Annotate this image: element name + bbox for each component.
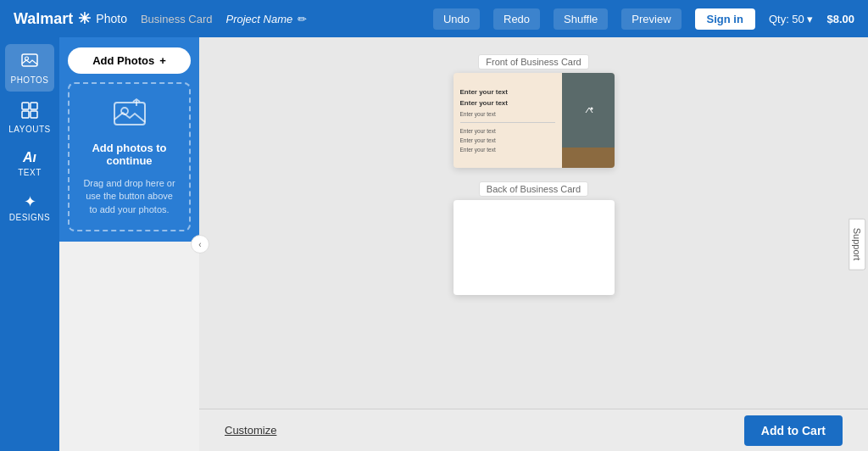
card-line4: Enter your text	[460, 127, 555, 135]
svg-rect-4	[22, 111, 29, 118]
spark-icon: ✳	[78, 9, 91, 28]
breadcrumb: Business Card	[141, 13, 213, 25]
add-photos-button[interactable]: Add Photos +	[68, 47, 191, 74]
redo-button[interactable]: Redo	[493, 8, 540, 30]
photos-label: PHOTOS	[10, 75, 48, 85]
project-name: Project Name ✏	[226, 13, 308, 25]
support-tab[interactable]: Support	[849, 219, 866, 270]
brand-logo: Walmart ✳ Photo	[14, 9, 127, 28]
svg-rect-0	[22, 54, 37, 66]
photo-upload-area[interactable]: Add photos to continue Drag and drop her…	[68, 82, 191, 231]
svg-rect-6	[114, 103, 145, 125]
upload-subtitle: Drag and drop here or use the button abo…	[83, 177, 175, 216]
svg-rect-3	[31, 103, 37, 109]
undo-button[interactable]: Undo	[433, 8, 480, 30]
layouts-icon	[21, 102, 38, 121]
layouts-label: LAYOUTS	[8, 125, 50, 134]
svg-point-1	[25, 57, 29, 60]
customize-link[interactable]: Customize	[225, 424, 276, 437]
shuffle-button[interactable]: Shuffle	[554, 8, 608, 30]
walmart-name: Walmart	[14, 10, 73, 28]
signin-button[interactable]: Sign in	[695, 8, 755, 30]
panel-collapse-button[interactable]: ‹	[191, 235, 209, 253]
card-line5: Enter your text	[460, 136, 555, 144]
preview-button[interactable]: Preview	[621, 8, 681, 30]
card-line1: Enter your text	[460, 87, 555, 97]
card-line3: Enter your text	[460, 110, 555, 118]
upload-title: Add photos to continue	[83, 142, 175, 167]
svg-rect-2	[22, 103, 29, 109]
back-card-section: Back of Business Card	[453, 181, 615, 295]
designs-icon: ✦	[24, 194, 36, 209]
card-line6: Enter your text	[460, 146, 555, 153]
card-color-block	[562, 148, 615, 168]
header: Walmart ✳ Photo Business Card Project Na…	[0, 0, 868, 37]
main-layout: PHOTOS LAYOUTS Aı TEXT ✦ DESIGNS	[0, 37, 868, 451]
bottom-bar: Customize Add to Cart	[199, 409, 868, 451]
card-left: Enter your text Enter your text Enter yo…	[453, 73, 562, 168]
business-card-back[interactable]	[453, 200, 615, 295]
sidebar-nav: PHOTOS LAYOUTS Aı TEXT ✦ DESIGNS	[0, 37, 59, 451]
edit-icon[interactable]: ✏	[298, 13, 307, 25]
collapse-icon: ‹	[198, 240, 201, 249]
add-to-cart-button[interactable]: Add to Cart	[744, 415, 843, 446]
card-right	[562, 73, 615, 168]
sidebar-item-text[interactable]: Aı TEXT	[5, 144, 54, 184]
business-card-front[interactable]: Enter your text Enter your text Enter yo…	[453, 73, 615, 168]
card-line2: Enter your text	[460, 98, 555, 108]
photos-panel: Add Photos + Add photos to continue Drag…	[59, 37, 199, 242]
sidebar-item-layouts[interactable]: LAYOUTS	[5, 95, 54, 141]
designs-label: DESIGNS	[9, 213, 51, 222]
upload-icon	[113, 97, 147, 131]
text-label: TEXT	[18, 168, 42, 177]
photos-icon	[20, 51, 39, 72]
quantity-selector[interactable]: Qty: 50 ▾	[769, 13, 814, 25]
add-photos-plus-icon: +	[159, 54, 166, 67]
front-card-label: Front of Business Card	[478, 54, 589, 70]
canvas-area: Support Front of Business Card Enter you…	[199, 37, 868, 451]
text-icon: Aı	[23, 151, 36, 164]
sidebar-item-designs[interactable]: ✦ DESIGNS	[5, 187, 54, 229]
svg-point-8	[590, 108, 593, 110]
back-card-label: Back of Business Card	[479, 181, 588, 197]
price-display: $8.00	[826, 13, 854, 25]
card-divider	[460, 122, 555, 123]
card-image-placeholder	[562, 73, 615, 148]
sidebar-item-photos[interactable]: PHOTOS	[5, 44, 54, 92]
add-photos-label: Add Photos	[92, 54, 154, 67]
front-card-section: Front of Business Card Enter your text E…	[453, 54, 615, 168]
photo-label: Photo	[96, 12, 127, 25]
panel-wrapper: Add Photos + Add photos to continue Drag…	[59, 37, 199, 451]
svg-rect-5	[31, 111, 37, 118]
